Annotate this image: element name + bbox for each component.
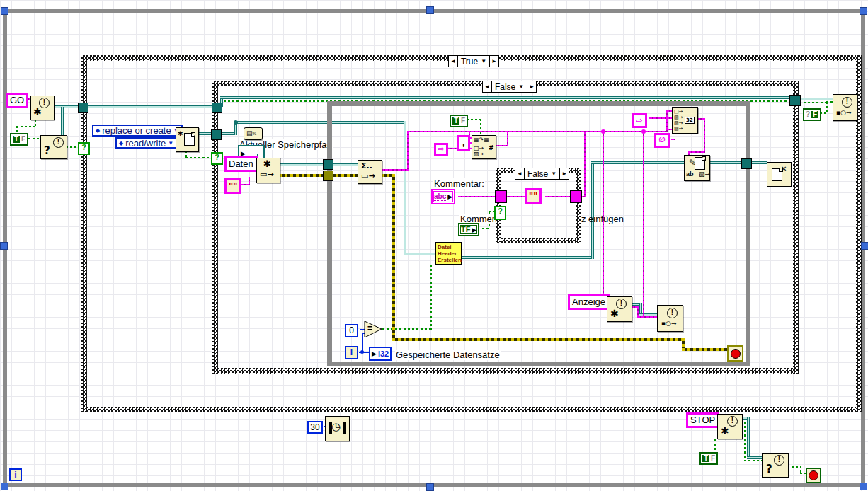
case-selector-false-middle[interactable]: ◄ False▼ ►	[482, 81, 537, 93]
empty-string-constant-2[interactable]: ""	[525, 188, 542, 204]
loop-condition-terminal-inner[interactable]	[727, 345, 743, 362]
clear-errors-node-anzeige[interactable]: ! ✱	[607, 296, 632, 322]
wire-str-var2	[649, 117, 673, 119]
wire-str-deq2	[407, 131, 409, 171]
loop-iteration-terminal-outer[interactable]: i	[9, 468, 22, 481]
anzeige-label[interactable]: Anzeige	[568, 294, 610, 310]
selection-handle-bottom-right[interactable]	[860, 483, 867, 490]
enum-inc-icon[interactable]: ◆	[119, 138, 123, 149]
open-create-file-node[interactable]: ✱	[176, 127, 199, 152]
array-row-icon: ▨→	[674, 126, 683, 132]
selector-next-icon[interactable]: ►	[560, 168, 569, 179]
loop-iteration-terminal-inner[interactable]: i	[345, 346, 358, 359]
selection-handle-top-right[interactable]	[860, 7, 867, 15]
empty-array-icon[interactable]: ∅	[654, 133, 670, 148]
selector-prev-icon[interactable]: ◄	[449, 56, 457, 67]
selection-handle-top-center[interactable]	[426, 6, 434, 14]
thirty-constant[interactable]: 30	[307, 421, 323, 434]
enum-value[interactable]: replace or create	[102, 125, 171, 136]
selection-handle-bottom-left[interactable]	[1, 483, 8, 490]
current-path-constant-icon[interactable]: ▤%	[244, 127, 263, 140]
build-array-node[interactable]: □→ ▨→ ▨→ ▨→ 32	[672, 107, 698, 134]
daten-constant[interactable]: Daten	[224, 156, 258, 172]
selector-dropdown-icon[interactable]: ▼	[481, 57, 486, 67]
selector-dropdown-icon[interactable]: ▼	[551, 169, 556, 179]
string-array-function-node[interactable]: ▦↷▦ # □→ ▨→	[472, 135, 496, 159]
tunnel-error-case-false	[212, 103, 222, 113]
true-constant-inner[interactable]: T F	[450, 115, 468, 127]
selector-label[interactable]: False	[527, 169, 548, 179]
selector-next-icon[interactable]: ►	[490, 56, 498, 67]
array-cell-icon: ▨→	[699, 171, 710, 177]
wait-ms-node[interactable]: ◷	[325, 416, 350, 441]
zero-constant[interactable]: 0	[345, 324, 358, 337]
wire-queue-ref	[279, 163, 358, 166]
wire-refnum-header	[404, 253, 436, 255]
inner-case-border-right	[576, 168, 581, 243]
case-false-border-bottom	[212, 368, 799, 374]
selector-prev-icon[interactable]: ◄	[483, 81, 491, 92]
wire-str-komm1	[458, 196, 496, 197]
asterisk-icon: ✱	[721, 427, 729, 435]
selector-next-icon[interactable]: ►	[527, 81, 536, 92]
wire-str-komm3	[545, 196, 571, 197]
i32-box-icon: 32	[685, 117, 695, 124]
case-selector-false-inner[interactable]: ◄ False▼ ►	[515, 168, 569, 180]
error-handler-node-stop[interactable]: ! ?	[762, 453, 789, 478]
wire-bool-tf2	[480, 119, 481, 136]
error-handler-node-anzeige[interactable]: ! ▪○→	[657, 305, 683, 332]
error-out-node-right[interactable]: ! ▪○→	[833, 94, 857, 121]
string-convert-icon-2[interactable]: ⇨	[632, 113, 647, 128]
loop-condition-terminal-outer[interactable]	[806, 468, 821, 483]
true-constant-stop[interactable]: T F	[699, 452, 718, 465]
einfuegen-label: z einfügen	[581, 214, 624, 224]
wire-bool-f3	[826, 101, 833, 103]
question-icon: ?	[44, 146, 50, 155]
clear-errors-node[interactable]: ! ✱	[30, 96, 55, 120]
i32-type-label: I32	[378, 350, 389, 358]
kommentar-string-control-terminal[interactable]: abc ▶	[431, 189, 455, 204]
selector-label[interactable]: True	[461, 57, 478, 67]
tunnel-queue-loop	[323, 159, 333, 170]
selection-handle-top-left[interactable]	[1, 7, 8, 15]
equal-node[interactable]: =	[364, 320, 383, 338]
selection-handle-mid-right[interactable]	[861, 242, 868, 250]
selector-label[interactable]: False	[495, 82, 515, 92]
write-text-file-node[interactable]: ✎ ab ▨→	[684, 155, 710, 181]
control-arrow-icon: ▶	[447, 193, 452, 200]
kommentar-colon-label: Kommentar:	[433, 178, 485, 189]
enum-replace-or-create[interactable]: ◆ replace or create ▼	[92, 125, 183, 137]
empty-string-constant-1[interactable]: ""	[224, 178, 241, 194]
datei-header-erstellen-subvi[interactable]: Datei Header Erstellen	[435, 242, 462, 265]
enum-dropdown-icon[interactable]: ▼	[168, 138, 173, 149]
clear-errors-node-stop[interactable]: ! ✱	[717, 414, 743, 439]
obtain-queue-node[interactable]: ✱ ▭→	[256, 158, 280, 183]
wire-bool-b2	[16, 126, 35, 127]
dequeue-element-node[interactable]: Σ.. ▭→	[358, 160, 382, 184]
kommentar-bool-control-terminal[interactable]: TF ▶	[458, 223, 479, 236]
enum-read-write[interactable]: ◆ read/write ▼	[115, 137, 177, 149]
selector-dropdown-icon[interactable]: ▼	[518, 82, 524, 92]
i32-indicator-terminal[interactable]: ▶ I32	[369, 347, 392, 361]
wire-num-i-up	[362, 333, 363, 352]
error-handler-node-left[interactable]: ! ?	[40, 135, 67, 159]
case-selector-true[interactable]: ◄ True▼ ►	[448, 55, 499, 67]
string-convert-icon-1[interactable]: ⇨	[434, 143, 448, 156]
file-page-icon	[695, 157, 705, 170]
wire-str-baout2	[704, 118, 705, 153]
subvi-line1: Datei	[438, 244, 459, 250]
enum-value[interactable]: read/write	[125, 138, 166, 149]
wire-str-null	[671, 139, 675, 140]
wire-str-komm2	[506, 196, 525, 197]
close-x-icon: ✕	[781, 165, 787, 173]
comma-constant[interactable]: ,	[457, 135, 470, 151]
close-file-node[interactable]: ✕	[767, 162, 792, 187]
false-constant-right[interactable]: ? F	[803, 108, 821, 121]
selection-handle-bottom-center[interactable]	[426, 483, 434, 491]
go-label[interactable]: GO	[6, 93, 28, 108]
stop-label[interactable]: STOP	[686, 412, 719, 428]
enum-inc-icon[interactable]: ◆	[96, 125, 100, 136]
selection-handle-mid-left[interactable]	[0, 242, 8, 250]
true-constant-go[interactable]: T F	[10, 133, 28, 146]
selector-prev-icon[interactable]: ◄	[515, 168, 524, 179]
